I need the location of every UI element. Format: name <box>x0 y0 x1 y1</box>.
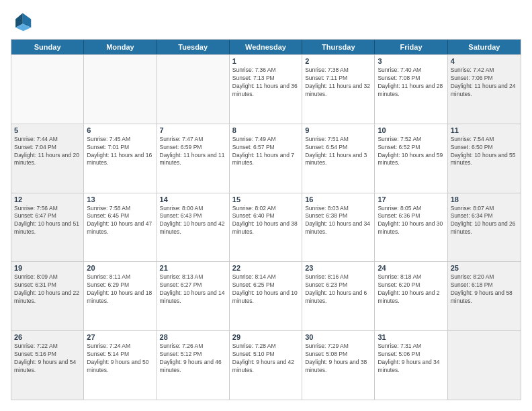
page: SundayMondayTuesdayWednesdayThursdayFrid… <box>0 0 532 411</box>
cal-cell: 16Sunrise: 8:03 AM Sunset: 6:38 PM Dayli… <box>302 193 375 262</box>
day-number: 22 <box>232 264 299 272</box>
week-row-0: 1Sunrise: 7:36 AM Sunset: 7:13 PM Daylig… <box>11 54 521 124</box>
day-info: Sunrise: 8:02 AM Sunset: 6:40 PM Dayligh… <box>232 205 299 237</box>
cal-cell: 13Sunrise: 7:58 AM Sunset: 6:45 PM Dayli… <box>84 193 157 262</box>
cal-cell: 29Sunrise: 7:28 AM Sunset: 5:10 PM Dayli… <box>230 331 302 400</box>
day-number: 2 <box>305 57 371 65</box>
week-row-4: 26Sunrise: 7:22 AM Sunset: 5:16 PM Dayli… <box>11 330 521 400</box>
week-row-1: 5Sunrise: 7:44 AM Sunset: 7:04 PM Daylig… <box>11 124 521 193</box>
logo <box>11 11 35 32</box>
cal-cell: 7Sunrise: 7:47 AM Sunset: 6:59 PM Daylig… <box>157 124 230 193</box>
cal-cell: 9Sunrise: 7:51 AM Sunset: 6:54 PM Daylig… <box>302 124 375 193</box>
day-number: 8 <box>232 126 299 134</box>
header-day-wednesday: Wednesday <box>230 40 302 54</box>
cal-cell: 2Sunrise: 7:38 AM Sunset: 7:11 PM Daylig… <box>302 55 375 124</box>
day-info: Sunrise: 7:51 AM Sunset: 6:54 PM Dayligh… <box>305 136 371 168</box>
day-number: 19 <box>14 264 81 272</box>
logo-icon <box>11 11 32 32</box>
cal-cell: 3Sunrise: 7:40 AM Sunset: 7:08 PM Daylig… <box>375 55 447 124</box>
day-number: 13 <box>87 195 153 203</box>
day-number: 18 <box>451 195 518 203</box>
calendar-body: 1Sunrise: 7:36 AM Sunset: 7:13 PM Daylig… <box>11 54 521 400</box>
day-number: 21 <box>160 264 226 272</box>
day-number: 12 <box>14 195 81 203</box>
day-info: Sunrise: 7:44 AM Sunset: 7:04 PM Dayligh… <box>14 136 81 168</box>
cal-cell: 31Sunrise: 7:31 AM Sunset: 5:06 PM Dayli… <box>375 331 447 400</box>
day-info: Sunrise: 8:03 AM Sunset: 6:38 PM Dayligh… <box>305 205 371 237</box>
day-number: 24 <box>378 264 444 272</box>
header <box>11 11 521 32</box>
cal-cell <box>84 55 157 124</box>
cal-cell: 22Sunrise: 8:14 AM Sunset: 6:25 PM Dayli… <box>230 262 302 330</box>
cal-cell: 30Sunrise: 7:29 AM Sunset: 5:08 PM Dayli… <box>302 331 375 400</box>
cal-cell <box>11 55 84 124</box>
day-info: Sunrise: 8:05 AM Sunset: 6:36 PM Dayligh… <box>378 205 444 237</box>
day-info: Sunrise: 8:13 AM Sunset: 6:27 PM Dayligh… <box>160 273 226 306</box>
cal-cell: 27Sunrise: 7:24 AM Sunset: 5:14 PM Dayli… <box>84 331 157 400</box>
header-day-friday: Friday <box>375 40 447 54</box>
cal-cell: 4Sunrise: 7:42 AM Sunset: 7:06 PM Daylig… <box>448 55 521 124</box>
day-info: Sunrise: 7:36 AM Sunset: 7:13 PM Dayligh… <box>232 66 299 99</box>
day-number: 31 <box>378 333 444 341</box>
day-info: Sunrise: 7:45 AM Sunset: 7:01 PM Dayligh… <box>87 136 153 168</box>
day-number: 15 <box>232 195 299 203</box>
day-number: 6 <box>87 126 153 134</box>
cal-cell: 14Sunrise: 8:00 AM Sunset: 6:43 PM Dayli… <box>157 193 230 262</box>
cal-cell: 5Sunrise: 7:44 AM Sunset: 7:04 PM Daylig… <box>11 124 84 193</box>
day-info: Sunrise: 7:47 AM Sunset: 6:59 PM Dayligh… <box>160 136 226 168</box>
day-info: Sunrise: 7:42 AM Sunset: 7:06 PM Dayligh… <box>451 66 518 99</box>
cal-cell: 28Sunrise: 7:26 AM Sunset: 5:12 PM Dayli… <box>157 331 230 400</box>
cal-cell: 26Sunrise: 7:22 AM Sunset: 5:16 PM Dayli… <box>11 331 84 400</box>
day-info: Sunrise: 7:52 AM Sunset: 6:52 PM Dayligh… <box>378 136 444 168</box>
header-day-monday: Monday <box>84 40 157 54</box>
header-day-tuesday: Tuesday <box>157 40 230 54</box>
calendar: SundayMondayTuesdayWednesdayThursdayFrid… <box>11 39 521 400</box>
cal-cell: 17Sunrise: 8:05 AM Sunset: 6:36 PM Dayli… <box>375 193 447 262</box>
cal-cell: 12Sunrise: 7:56 AM Sunset: 6:47 PM Dayli… <box>11 193 84 262</box>
day-number: 30 <box>305 333 371 341</box>
cal-cell: 19Sunrise: 8:09 AM Sunset: 6:31 PM Dayli… <box>11 262 84 330</box>
day-number: 7 <box>160 126 226 134</box>
day-info: Sunrise: 8:16 AM Sunset: 6:23 PM Dayligh… <box>305 273 371 306</box>
cal-cell: 15Sunrise: 8:02 AM Sunset: 6:40 PM Dayli… <box>230 193 302 262</box>
day-info: Sunrise: 7:31 AM Sunset: 5:06 PM Dayligh… <box>378 342 444 375</box>
cal-cell: 11Sunrise: 7:54 AM Sunset: 6:50 PM Dayli… <box>448 124 521 193</box>
day-number: 20 <box>87 264 153 272</box>
day-info: Sunrise: 8:11 AM Sunset: 6:29 PM Dayligh… <box>87 273 153 306</box>
cal-cell: 25Sunrise: 8:20 AM Sunset: 6:18 PM Dayli… <box>448 262 521 330</box>
day-info: Sunrise: 7:54 AM Sunset: 6:50 PM Dayligh… <box>451 136 518 168</box>
day-info: Sunrise: 7:24 AM Sunset: 5:14 PM Dayligh… <box>87 342 153 375</box>
calendar-header: SundayMondayTuesdayWednesdayThursdayFrid… <box>11 40 521 54</box>
day-info: Sunrise: 7:26 AM Sunset: 5:12 PM Dayligh… <box>160 342 226 375</box>
day-number: 4 <box>451 57 518 65</box>
header-day-sunday: Sunday <box>11 40 84 54</box>
day-number: 25 <box>451 264 518 272</box>
week-row-2: 12Sunrise: 7:56 AM Sunset: 6:47 PM Dayli… <box>11 193 521 262</box>
cal-cell: 18Sunrise: 8:07 AM Sunset: 6:34 PM Dayli… <box>448 193 521 262</box>
day-number: 26 <box>14 333 81 341</box>
day-info: Sunrise: 8:20 AM Sunset: 6:18 PM Dayligh… <box>451 273 518 306</box>
week-row-3: 19Sunrise: 8:09 AM Sunset: 6:31 PM Dayli… <box>11 261 521 330</box>
cal-cell <box>157 55 230 124</box>
day-number: 5 <box>14 126 81 134</box>
day-number: 17 <box>378 195 444 203</box>
day-info: Sunrise: 8:00 AM Sunset: 6:43 PM Dayligh… <box>160 205 226 237</box>
day-number: 9 <box>305 126 371 134</box>
day-info: Sunrise: 8:18 AM Sunset: 6:20 PM Dayligh… <box>378 273 444 306</box>
day-info: Sunrise: 8:14 AM Sunset: 6:25 PM Dayligh… <box>232 273 299 306</box>
day-number: 27 <box>87 333 153 341</box>
cal-cell <box>448 331 521 400</box>
cal-cell: 8Sunrise: 7:49 AM Sunset: 6:57 PM Daylig… <box>230 124 302 193</box>
day-info: Sunrise: 7:28 AM Sunset: 5:10 PM Dayligh… <box>232 342 299 375</box>
header-day-saturday: Saturday <box>448 40 521 54</box>
cal-cell: 23Sunrise: 8:16 AM Sunset: 6:23 PM Dayli… <box>302 262 375 330</box>
day-number: 28 <box>160 333 226 341</box>
day-info: Sunrise: 7:58 AM Sunset: 6:45 PM Dayligh… <box>87 205 153 237</box>
cal-cell: 24Sunrise: 8:18 AM Sunset: 6:20 PM Dayli… <box>375 262 447 330</box>
header-day-thursday: Thursday <box>302 40 375 54</box>
day-number: 14 <box>160 195 226 203</box>
day-info: Sunrise: 7:29 AM Sunset: 5:08 PM Dayligh… <box>305 342 371 375</box>
day-info: Sunrise: 8:09 AM Sunset: 6:31 PM Dayligh… <box>14 273 81 306</box>
day-number: 23 <box>305 264 371 272</box>
day-info: Sunrise: 7:40 AM Sunset: 7:08 PM Dayligh… <box>378 66 444 99</box>
